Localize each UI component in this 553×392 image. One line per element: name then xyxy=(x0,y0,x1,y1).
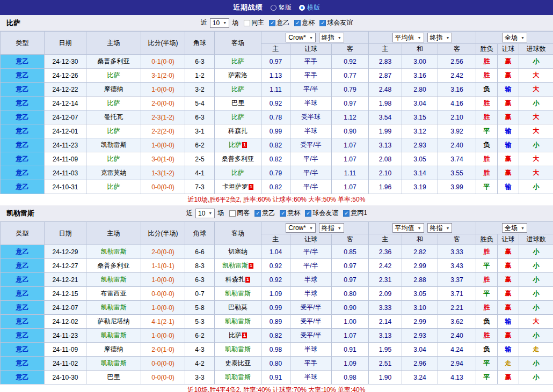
home-team-cell: 凯勒雷斯 xyxy=(86,245,141,259)
handicap-away-odds-cell: 0.79 xyxy=(332,83,369,97)
red-card-badge: 1 xyxy=(245,277,250,283)
checkbox-checked-icon[interactable] xyxy=(294,20,301,26)
result-outcome-cell: 平 xyxy=(476,371,498,384)
filter-checkbox-3[interactable]: 意杯 xyxy=(280,209,300,218)
home-team-cell: 凯勒雷斯 xyxy=(86,301,141,315)
avg-stage-select[interactable]: 终指 xyxy=(427,223,453,233)
games-label: 场 xyxy=(232,18,238,27)
scope-select[interactable]: 全场 xyxy=(502,33,527,42)
avg-away-odds-cell: 2.40 xyxy=(438,329,476,343)
result-handicap-cell: 赢 xyxy=(498,371,519,384)
avg-home-odds-cell: 2.14 xyxy=(369,315,402,329)
column-header-1: 类型 xyxy=(1,32,45,55)
handicap-home-odds-cell: 1.09 xyxy=(261,287,290,301)
layout-option-vertical[interactable]: 竖版 xyxy=(271,3,292,12)
team-section-1: 比萨近10场同主意乙意杯球会友谊类型日期主场比分(半场)角球客场Crow*终指平… xyxy=(0,15,553,205)
filter-checkbox-2[interactable]: 意乙 xyxy=(269,18,289,27)
result-outcome-cell: 胜 xyxy=(476,166,498,180)
avg-draw-odds-cell: 3.12 xyxy=(402,124,438,138)
league-type-cell: 意乙 xyxy=(1,152,45,166)
avg-home-odds-cell: 2.36 xyxy=(369,245,402,259)
handicap-line-cell: 平/半 xyxy=(290,245,332,259)
handicap-odds-group: Crow*终指 xyxy=(261,222,369,234)
corner-cell: 1-2 xyxy=(185,69,215,83)
filter-checkbox-4[interactable]: 球会友谊 xyxy=(305,209,338,218)
avg-home-odds-cell: 2.87 xyxy=(369,69,402,83)
match-count-select[interactable]: 10 xyxy=(210,18,229,28)
date-cell: 24-11-23 xyxy=(45,138,86,152)
match-count-select[interactable]: 10 xyxy=(195,209,215,218)
checkbox-checked-icon[interactable] xyxy=(269,20,275,26)
match-row: 意乙24-12-02萨勒尼塔纳4-1(2-1)5-3凯勒雷斯0.89受平/半1.… xyxy=(1,315,553,329)
fulltime-group: 全场 xyxy=(476,32,553,44)
corner-cell: 3-2 xyxy=(185,83,215,97)
handicap-line-cell: 半球 xyxy=(290,273,332,287)
filter-checkbox-5[interactable]: 意丙1 xyxy=(343,209,367,218)
result-goals-cell: 小 xyxy=(519,371,553,384)
team-section-2: 凯勒雷斯近10场同客意乙意杯球会友谊意丙1类型日期主场比分(半场)角球客场Cro… xyxy=(0,205,553,392)
handicap-away-odds-cell: 1.12 xyxy=(332,110,369,124)
checkbox-checked-icon[interactable] xyxy=(280,210,286,217)
filter-checkbox-4[interactable]: 球会友谊 xyxy=(319,18,353,27)
match-row: 意乙24-12-30桑普多利亚0-1(0-0)6-3比萨0.97平手0.922.… xyxy=(1,55,553,69)
checkbox-checked-icon[interactable] xyxy=(305,210,311,217)
avg-away-odds-cell: 3.16 xyxy=(438,83,476,97)
bookmaker-select[interactable]: Crow* xyxy=(286,33,316,42)
avg-stage-select[interactable]: 终指 xyxy=(427,33,453,42)
avg-away-odds-cell: 2.10 xyxy=(438,110,476,124)
team-name-text: 凯勒雷斯 xyxy=(101,331,127,339)
filter-checkbox-2[interactable]: 意乙 xyxy=(254,209,275,218)
corner-cell: 3-3 xyxy=(185,371,215,384)
subcolumn-header-6: 客 xyxy=(438,234,476,245)
score-cell: 1-1(0-1) xyxy=(141,259,185,273)
avg-draw-odds-cell: 2.99 xyxy=(402,315,438,329)
filter-checkbox-label: 同主 xyxy=(251,18,264,27)
filter-checkbox-1[interactable]: 同主 xyxy=(244,18,264,27)
checkbox-unchecked-icon[interactable] xyxy=(244,20,250,26)
layout-option-horizontal[interactable]: 横版 xyxy=(299,3,320,12)
handicap-away-odds-cell: 0.90 xyxy=(332,301,369,315)
team-name-text: 巴里 xyxy=(231,99,244,107)
handicap-away-odds-cell: 0.97 xyxy=(332,273,369,287)
result-goals-cell: 大 xyxy=(519,152,553,166)
bookmaker-select[interactable]: Crow* xyxy=(286,223,316,233)
column-header-2: 日期 xyxy=(45,32,86,55)
handicap-home-odds-cell: 0.80 xyxy=(261,357,290,371)
avg-home-odds-cell: 2.48 xyxy=(369,83,402,97)
result-outcome-cell: 胜 xyxy=(476,329,498,343)
score-cell: 1-0(0-0) xyxy=(141,273,185,287)
corner-cell: 7-3 xyxy=(185,180,215,194)
checkbox-checked-icon[interactable] xyxy=(319,20,326,26)
result-goals-cell: 小 xyxy=(519,301,553,315)
handicap-home-odds-cell: 0.82 xyxy=(261,180,290,194)
checkbox-checked-icon[interactable] xyxy=(254,210,261,217)
team-name: 比萨 xyxy=(6,18,20,28)
handicap-home-odds-cell: 0.78 xyxy=(261,110,290,124)
result-outcome-cell: 胜 xyxy=(476,110,498,124)
filter-checkbox-3[interactable]: 意杯 xyxy=(294,18,315,27)
checkbox-unchecked-icon[interactable] xyxy=(229,210,236,217)
average-select[interactable]: 平均值 xyxy=(392,223,424,233)
avg-draw-odds-cell: 3.19 xyxy=(402,180,438,194)
avg-draw-odds-cell: 2.96 xyxy=(402,357,438,371)
result-handicap-cell: 赢 xyxy=(498,301,519,315)
away-team-cell: 切塞纳 xyxy=(215,245,261,259)
select-wrapper: 平均值终指 xyxy=(369,223,476,233)
radio-checked-icon[interactable] xyxy=(299,5,305,11)
odds-stage-select[interactable]: 终指 xyxy=(319,223,344,233)
radio-unchecked-icon[interactable] xyxy=(271,5,276,11)
checkbox-checked-icon[interactable] xyxy=(343,210,350,217)
result-goals-cell: 大 xyxy=(519,110,553,124)
scope-select[interactable]: 全场 xyxy=(502,223,527,233)
match-row: 意乙24-11-03克雷莫纳1-3(1-2)4-1比萨0.79平/半1.112.… xyxy=(1,166,553,180)
handicap-home-odds-cell: 0.92 xyxy=(261,259,290,273)
match-row: 意乙24-11-02凯勒雷斯0-0(0-0)4-2史泰比亚0.80平手1.092… xyxy=(1,357,553,371)
date-cell: 24-12-01 xyxy=(45,124,86,138)
column-header-1: 类型 xyxy=(1,222,45,245)
average-select[interactable]: 平均值 xyxy=(392,33,424,42)
avg-draw-odds-cell: 3.14 xyxy=(402,166,438,180)
odds-stage-select[interactable]: 终指 xyxy=(319,33,344,42)
filter-checkbox-1[interactable]: 同客 xyxy=(229,209,250,218)
score-cell: 2-3(1-2) xyxy=(141,110,185,124)
date-cell: 24-12-07 xyxy=(45,301,86,315)
